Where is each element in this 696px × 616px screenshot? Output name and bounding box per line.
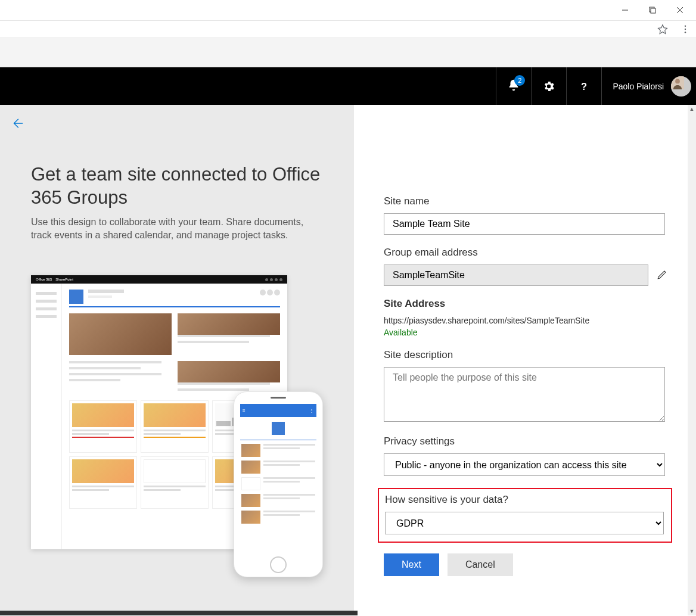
mobile-preview: ≡⋮ bbox=[234, 391, 323, 577]
site-name-label: Site name bbox=[384, 195, 672, 207]
form-panel: Site name Group email address Site Addre… bbox=[354, 105, 696, 615]
description-textarea[interactable] bbox=[384, 367, 665, 422]
gear-icon bbox=[542, 80, 555, 93]
user-name: Paolo Pialorsi bbox=[613, 82, 664, 91]
page-title: Get a team site connected to Office 365 … bbox=[31, 163, 323, 210]
group-email-input[interactable] bbox=[384, 265, 648, 286]
svg-point-4 bbox=[685, 32, 686, 33]
taskbar-edge bbox=[0, 611, 358, 615]
site-preview-illustration: Office 365SharePoint bbox=[31, 275, 323, 585]
site-name-input[interactable] bbox=[384, 213, 665, 235]
site-address-label: Site Address bbox=[384, 298, 672, 310]
question-icon: ? bbox=[577, 80, 591, 93]
group-email-label: Group email address bbox=[384, 247, 672, 259]
svg-point-2 bbox=[685, 26, 686, 27]
settings-button[interactable] bbox=[531, 67, 566, 105]
help-button[interactable]: ? bbox=[566, 67, 601, 105]
sensitivity-highlight: How sensitive is your data? GDPR bbox=[378, 488, 672, 543]
privacy-label: Privacy settings bbox=[384, 435, 672, 447]
site-address-status: Available bbox=[384, 328, 672, 337]
close-button[interactable] bbox=[666, 1, 694, 20]
svg-point-7 bbox=[675, 79, 680, 83]
scroll-down-icon[interactable]: ▼ bbox=[688, 607, 696, 615]
back-button[interactable] bbox=[11, 117, 24, 132]
minimize-button[interactable] bbox=[611, 1, 639, 20]
notification-badge: 2 bbox=[514, 75, 525, 86]
svg-rect-1 bbox=[651, 8, 655, 13]
bell-icon: 2 bbox=[507, 79, 520, 94]
svg-point-3 bbox=[685, 29, 686, 30]
edit-email-button[interactable] bbox=[657, 269, 667, 282]
window-titlebar bbox=[0, 0, 696, 20]
pencil-icon bbox=[657, 269, 667, 280]
left-panel: Get a team site connected to Office 365 … bbox=[0, 105, 354, 615]
maximize-button[interactable] bbox=[639, 1, 666, 20]
privacy-select[interactable]: Public - anyone in the organization can … bbox=[384, 453, 665, 476]
site-address-url: https://piasysdev.sharepoint.com/sites/S… bbox=[384, 316, 672, 325]
browser-toolbar bbox=[0, 20, 696, 38]
vertical-scrollbar[interactable]: ▲ ▼ bbox=[688, 105, 696, 615]
browser-menu-icon[interactable] bbox=[679, 23, 691, 35]
page-subtitle: Use this design to collaborate with your… bbox=[31, 216, 323, 242]
suite-header: 2 ? Paolo Pialorsi bbox=[0, 67, 696, 105]
browser-tab-strip bbox=[0, 38, 696, 67]
sensitivity-label: How sensitive is your data? bbox=[385, 494, 665, 506]
user-menu[interactable]: Paolo Pialorsi bbox=[601, 67, 696, 105]
description-label: Site description bbox=[384, 349, 672, 361]
next-button[interactable]: Next bbox=[384, 553, 439, 576]
cancel-button[interactable]: Cancel bbox=[448, 553, 513, 576]
scroll-up-icon[interactable]: ▲ bbox=[688, 105, 696, 113]
sensitivity-select[interactable]: GDPR bbox=[385, 512, 664, 534]
avatar bbox=[671, 76, 691, 97]
svg-text:?: ? bbox=[581, 80, 587, 91]
notifications-button[interactable]: 2 bbox=[496, 67, 531, 105]
bookmark-star-icon[interactable] bbox=[657, 23, 669, 35]
